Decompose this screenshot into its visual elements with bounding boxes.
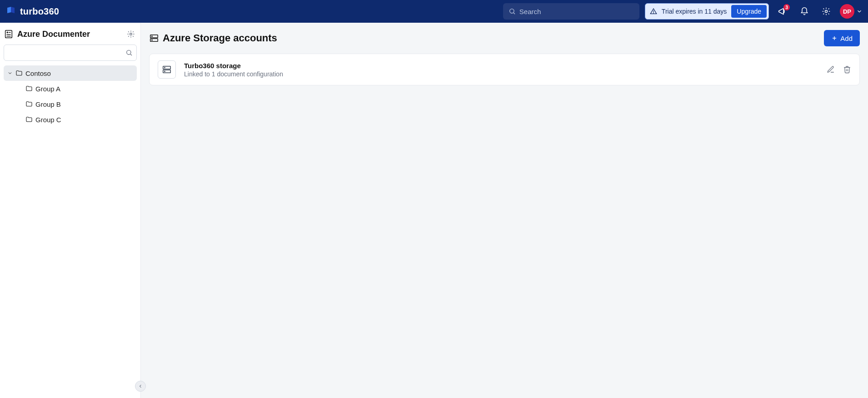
delete-button[interactable] bbox=[843, 65, 851, 74]
sidebar-search[interactable] bbox=[4, 45, 137, 61]
announcements-badge: 3 bbox=[783, 4, 790, 10]
page-title: Azure Storage accounts bbox=[163, 32, 277, 44]
avatar: DP bbox=[840, 4, 854, 19]
folder-icon bbox=[15, 70, 23, 77]
announcements-button[interactable]: 3 bbox=[774, 3, 791, 20]
search-input[interactable] bbox=[519, 8, 634, 15]
svg-point-11 bbox=[127, 50, 131, 55]
svg-point-15 bbox=[152, 36, 152, 36]
main-content: Azure Storage accounts Add Turbo360 stor… bbox=[141, 23, 868, 398]
svg-rect-5 bbox=[5, 30, 12, 38]
tree-item-label: Group A bbox=[35, 85, 60, 93]
list-item-subtitle: Linked to 1 document configuration bbox=[184, 70, 818, 78]
sidebar-header: Azure Documenter bbox=[0, 23, 140, 44]
svg-point-3 bbox=[653, 13, 653, 13]
sidebar: Azure Documenter Contoso bbox=[0, 23, 141, 398]
svg-point-10 bbox=[130, 33, 132, 35]
storage-item-icon bbox=[158, 60, 176, 79]
tree-item-group-c[interactable]: Group C bbox=[22, 112, 137, 127]
logo-icon bbox=[5, 6, 16, 17]
svg-point-21 bbox=[165, 67, 165, 68]
svg-point-22 bbox=[165, 71, 165, 71]
add-button[interactable]: Add bbox=[824, 30, 860, 46]
svg-line-1 bbox=[514, 13, 515, 14]
list-item[interactable]: Turbo360 storage Linked to 1 document co… bbox=[150, 54, 859, 85]
plus-icon bbox=[831, 35, 838, 41]
tree: Contoso Group A Group B bbox=[0, 65, 140, 127]
tree-item-group-b[interactable]: Group B bbox=[22, 96, 137, 112]
global-search[interactable] bbox=[503, 3, 639, 20]
sidebar-settings-button[interactable] bbox=[127, 30, 135, 38]
list-item-title: Turbo360 storage bbox=[184, 62, 818, 70]
folder-icon bbox=[25, 85, 33, 92]
user-menu[interactable]: DP bbox=[840, 4, 863, 19]
main-header: Azure Storage accounts Add bbox=[141, 23, 868, 54]
sidebar-search-input[interactable] bbox=[8, 49, 125, 56]
svg-line-12 bbox=[130, 54, 132, 55]
tree-item-label: Group B bbox=[35, 100, 61, 108]
edit-button[interactable] bbox=[827, 65, 835, 74]
storage-icon bbox=[149, 33, 159, 43]
settings-button[interactable] bbox=[818, 3, 834, 20]
folder-icon bbox=[25, 100, 33, 108]
sidebar-collapse-button[interactable] bbox=[135, 381, 146, 392]
search-icon bbox=[125, 49, 133, 56]
trial-text: Trial expires in 11 days bbox=[662, 8, 727, 15]
tree-item-label: Contoso bbox=[25, 70, 51, 77]
chevron-down-icon bbox=[856, 8, 863, 15]
top-nav: turbo360 Trial expires in 11 days Upgrad… bbox=[0, 0, 868, 23]
svg-point-16 bbox=[152, 40, 152, 40]
svg-point-0 bbox=[510, 9, 514, 13]
tree-item-contoso[interactable]: Contoso bbox=[4, 65, 137, 81]
sidebar-title: Azure Documenter bbox=[17, 30, 123, 39]
logo-text: turbo360 bbox=[20, 6, 59, 17]
documenter-icon bbox=[4, 29, 14, 39]
notifications-button[interactable] bbox=[796, 3, 813, 20]
warning-icon bbox=[650, 8, 657, 15]
add-button-label: Add bbox=[840, 35, 853, 42]
logo[interactable]: turbo360 bbox=[5, 6, 59, 17]
storage-list: Turbo360 storage Linked to 1 document co… bbox=[149, 54, 860, 85]
tree-item-group-a[interactable]: Group A bbox=[22, 81, 137, 96]
trial-banner: Trial expires in 11 days Upgrade bbox=[645, 3, 769, 20]
svg-point-6 bbox=[7, 32, 8, 33]
chevron-down-icon bbox=[7, 70, 13, 76]
folder-icon bbox=[25, 116, 33, 123]
upgrade-button[interactable]: Upgrade bbox=[731, 5, 767, 18]
search-icon bbox=[509, 8, 516, 15]
svg-point-4 bbox=[825, 10, 828, 13]
tree-item-label: Group C bbox=[35, 116, 61, 124]
